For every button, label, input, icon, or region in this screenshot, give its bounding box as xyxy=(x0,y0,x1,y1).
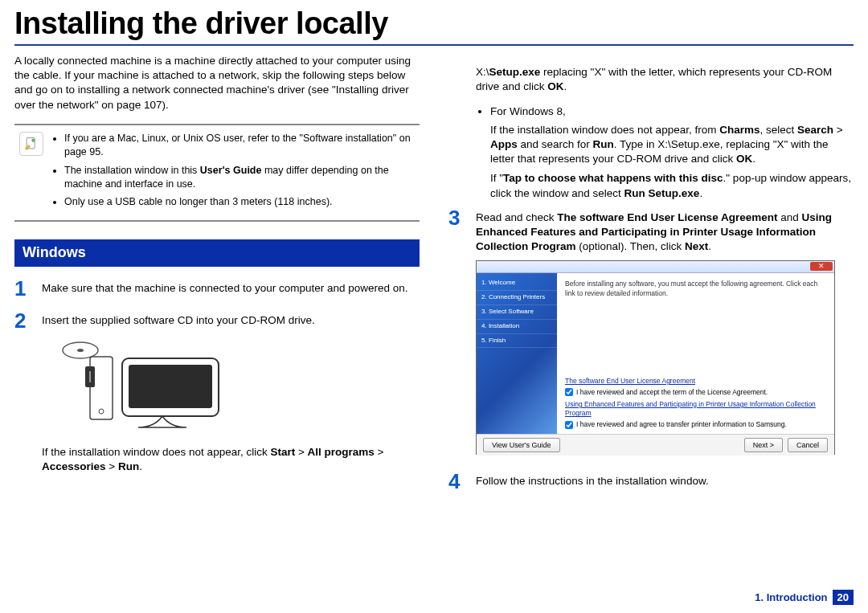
page-number: 20 xyxy=(833,590,854,605)
installer-titlebar: ✕ xyxy=(477,261,834,273)
eula-checkbox-label: I have reviewed and accept the term of t… xyxy=(576,388,768,397)
cd-computer-illustration xyxy=(50,334,235,439)
right-top-line1: X:\Setup.exe replacing "X" with the lett… xyxy=(476,65,854,94)
svg-rect-4 xyxy=(90,357,113,419)
eula-checkbox-row[interactable]: I have reviewed and accept the term of t… xyxy=(565,388,826,397)
step-3: 3 Read and check The software End User L… xyxy=(448,207,854,464)
usage-checkbox[interactable] xyxy=(565,421,573,429)
left-column: A locally connected machine is a machine… xyxy=(14,54,420,613)
note-box: If you are a Mac, Linux, or Unix OS user… xyxy=(14,124,420,222)
sidebar-item-connecting: 2. Connecting Printers xyxy=(477,291,557,305)
chapter-label: 1. Introduction xyxy=(755,591,827,603)
eula-link[interactable]: The software End User License Agreement xyxy=(565,377,826,386)
step-2: 2 Insert the supplied software CD into y… xyxy=(14,310,420,481)
sidebar-item-finish: 5. Finish xyxy=(477,334,557,349)
installer-footer: View User's Guide Next > Cancel xyxy=(477,434,834,456)
cancel-button[interactable]: Cancel xyxy=(788,438,828,452)
windows8-bullet: For Windows 8, If the installation windo… xyxy=(476,104,854,200)
step-body: Insert the supplied software CD into you… xyxy=(42,310,420,481)
step-number: 3 xyxy=(448,207,466,464)
note-icon xyxy=(19,132,43,156)
usage-checkbox-label: I have reviewed and agree to transfer pr… xyxy=(576,420,787,429)
next-button[interactable]: Next > xyxy=(744,438,783,452)
view-users-guide-button[interactable]: View User's Guide xyxy=(483,438,560,452)
step-4: 4 Follow the instructions in the install… xyxy=(448,471,854,495)
title-rule xyxy=(14,44,854,46)
sidebar-item-welcome: 1. Welcome xyxy=(477,276,557,291)
step-body: Make sure that the machine is connected … xyxy=(42,278,420,302)
bullet-label: For Windows 8, xyxy=(490,105,566,117)
note-list: If you are a Mac, Linux, or Unix OS user… xyxy=(51,132,415,214)
windows8-p2: If "Tap to choose what happens with this… xyxy=(490,171,854,200)
step-body: Follow the instructions in the installat… xyxy=(476,471,854,495)
svg-rect-9 xyxy=(129,365,212,408)
step-number: 1 xyxy=(14,278,32,302)
usage-checkbox-row[interactable]: I have reviewed and agree to transfer pr… xyxy=(565,420,826,429)
note-item: Only use a USB cable no longer than 3 me… xyxy=(64,195,415,209)
note-item: The installation window in this User's G… xyxy=(64,164,415,191)
intro-paragraph: A locally connected machine is a machine… xyxy=(14,54,420,112)
svg-point-1 xyxy=(31,139,35,142)
note-item: If you are a Mac, Linux, or Unix OS user… xyxy=(64,132,415,159)
eula-checkbox[interactable] xyxy=(565,388,573,396)
step-1: 1 Make sure that the machine is connecte… xyxy=(14,278,420,302)
installer-intro-text: Before installing any software, you must… xyxy=(565,280,826,298)
close-icon[interactable]: ✕ xyxy=(810,262,833,271)
section-heading-windows: Windows xyxy=(14,239,420,266)
step-number: 4 xyxy=(448,471,466,495)
svg-point-3 xyxy=(77,349,84,352)
installer-sidebar: 1. Welcome 2. Connecting Printers 3. Sel… xyxy=(477,273,557,434)
page-footer: 1. Introduction 20 xyxy=(755,590,854,605)
right-column: X:\Setup.exe replacing "X" with the lett… xyxy=(448,54,854,613)
usage-link[interactable]: Using Enhanced Features and Participatin… xyxy=(565,400,826,419)
step-2-after: If the installation window does not appe… xyxy=(42,445,420,474)
sidebar-item-installation: 4. Installation xyxy=(477,320,557,334)
installer-window-screenshot: ✕ 1. Welcome 2. Connecting Printers 3. S… xyxy=(476,260,835,455)
installer-main: Before installing any software, you must… xyxy=(557,273,834,434)
sidebar-item-select-software: 3. Select Software xyxy=(477,305,557,320)
windows8-p1: If the installation window does not appe… xyxy=(490,123,854,167)
step-body: Read and check The software End User Lic… xyxy=(476,207,854,464)
step-number: 2 xyxy=(14,310,32,481)
page-title: Installing the driver locally xyxy=(14,6,854,41)
